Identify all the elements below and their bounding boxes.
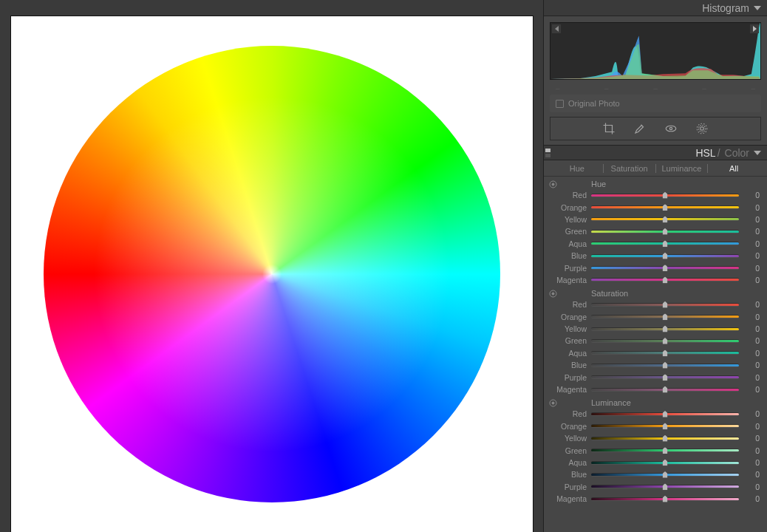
slider-value[interactable]: 0	[739, 191, 760, 200]
slider-thumb[interactable]	[663, 240, 668, 247]
tab-luminance[interactable]: Luminance	[656, 164, 708, 173]
tab-saturation[interactable]: Saturation	[604, 164, 655, 173]
chevron-down-icon	[754, 151, 761, 155]
slider-track[interactable]	[591, 194, 739, 197]
spot-removal-icon[interactable]	[633, 122, 647, 135]
targeted-adjustment-icon[interactable]	[548, 289, 557, 298]
slider-thumb[interactable]	[663, 228, 668, 235]
slider-value[interactable]: 0	[739, 203, 760, 212]
slider-track[interactable]	[591, 498, 739, 500]
slider-thumb[interactable]	[663, 496, 668, 502]
slider-track[interactable]	[591, 279, 739, 281]
slider-thumb[interactable]	[663, 423, 668, 429]
slider-track[interactable]	[591, 328, 739, 330]
slider-track[interactable]	[591, 376, 739, 378]
slider-thumb[interactable]	[663, 326, 668, 332]
slider-thumb[interactable]	[663, 349, 668, 356]
slider-track[interactable]	[591, 304, 739, 306]
slider-thumb[interactable]	[663, 313, 668, 320]
slider-value[interactable]: 0	[739, 276, 760, 284]
slider-track[interactable]	[591, 485, 739, 488]
slider-track[interactable]	[591, 437, 739, 440]
slider-thumb[interactable]	[663, 204, 668, 211]
slider-value[interactable]: 0	[739, 494, 760, 503]
slider-value[interactable]: 0	[739, 422, 760, 431]
slider-track[interactable]	[591, 413, 739, 415]
slider-value[interactable]: 0	[739, 313, 760, 321]
hsl-color-header[interactable]: HSL / Color	[544, 145, 767, 160]
slider-thumb[interactable]	[663, 447, 668, 454]
slider-track[interactable]	[591, 462, 739, 464]
slider-thumb[interactable]	[663, 460, 668, 466]
slider-thumb[interactable]	[663, 192, 668, 199]
slider-value[interactable]: 0	[739, 251, 760, 260]
slider-label: Red	[554, 191, 587, 200]
slider-thumb[interactable]	[663, 374, 668, 381]
slider-value[interactable]: 0	[739, 215, 760, 224]
slider-value[interactable]: 0	[739, 300, 760, 309]
group-header-hue: Hue	[544, 177, 767, 189]
slider-row-luminance-magenta: Magenta 0	[544, 493, 767, 505]
slider-thumb[interactable]	[663, 435, 668, 442]
slider-thumb[interactable]	[663, 216, 668, 222]
highlight-clipping-indicator[interactable]	[750, 24, 759, 33]
slider-track[interactable]	[591, 316, 739, 318]
slider-row-luminance-red: Red 0	[544, 408, 767, 420]
slider-value[interactable]: 0	[739, 470, 760, 479]
slider-track[interactable]	[591, 449, 739, 451]
histogram-header[interactable]: Histogram	[544, 0, 767, 16]
slider-thumb[interactable]	[663, 362, 668, 369]
slider-thumb[interactable]	[663, 411, 668, 417]
slider-value[interactable]: 0	[739, 239, 760, 248]
slider-label: Purple	[554, 264, 587, 273]
slider-value[interactable]: 0	[739, 458, 760, 467]
radial-filter-icon[interactable]	[695, 122, 709, 135]
slider-thumb[interactable]	[663, 471, 668, 478]
slider-track[interactable]	[591, 231, 739, 233]
shadow-clipping-indicator[interactable]	[552, 24, 561, 33]
slider-track[interactable]	[591, 352, 739, 354]
slider-track[interactable]	[591, 389, 739, 391]
slider-track[interactable]	[591, 425, 739, 427]
slider-value[interactable]: 0	[739, 434, 760, 443]
slider-value[interactable]: 0	[739, 361, 760, 369]
slider-value[interactable]: 0	[739, 385, 760, 394]
slider-thumb[interactable]	[663, 301, 668, 308]
slider-track[interactable]	[591, 364, 739, 366]
slider-value[interactable]: 0	[739, 324, 760, 333]
targeted-adjustment-icon[interactable]	[548, 398, 557, 407]
slider-value[interactable]: 0	[739, 227, 760, 236]
slider-track[interactable]	[591, 474, 739, 476]
slider-value[interactable]: 0	[739, 349, 760, 358]
slider-thumb[interactable]	[663, 386, 668, 393]
slider-thumb[interactable]	[663, 483, 668, 490]
crop-tool-icon[interactable]	[602, 122, 616, 135]
histogram-display[interactable]	[550, 22, 761, 80]
tab-hue[interactable]: Hue	[551, 164, 603, 173]
slider-track[interactable]	[591, 242, 739, 245]
slider-row-saturation-green: Green 0	[544, 335, 767, 347]
slider-track[interactable]	[591, 255, 739, 257]
slider-thumb[interactable]	[663, 265, 668, 271]
redeye-tool-icon[interactable]	[664, 122, 678, 135]
slider-track[interactable]	[591, 267, 739, 269]
slider-row-saturation-purple: Purple 0	[544, 371, 767, 383]
slider-value[interactable]: 0	[739, 409, 760, 418]
slider-track[interactable]	[591, 218, 739, 220]
slider-value[interactable]: 0	[739, 446, 760, 455]
slider-thumb[interactable]	[663, 338, 668, 344]
slider-thumb[interactable]	[663, 276, 668, 283]
slider-value[interactable]: 0	[739, 264, 760, 273]
slider-track[interactable]	[591, 340, 739, 342]
targeted-adjustment-icon[interactable]	[548, 180, 557, 188]
slider-track[interactable]	[591, 206, 739, 208]
original-photo-toggle[interactable]: Original Photo	[550, 95, 761, 112]
tab-all[interactable]: All	[708, 164, 760, 173]
slider-value[interactable]: 0	[739, 336, 760, 345]
svg-point-0	[666, 126, 676, 132]
slider-label: Red	[554, 409, 587, 418]
slider-thumb[interactable]	[663, 253, 668, 259]
slider-value[interactable]: 0	[739, 482, 760, 491]
panel-switch-icon[interactable]	[545, 149, 550, 157]
slider-value[interactable]: 0	[739, 373, 760, 382]
